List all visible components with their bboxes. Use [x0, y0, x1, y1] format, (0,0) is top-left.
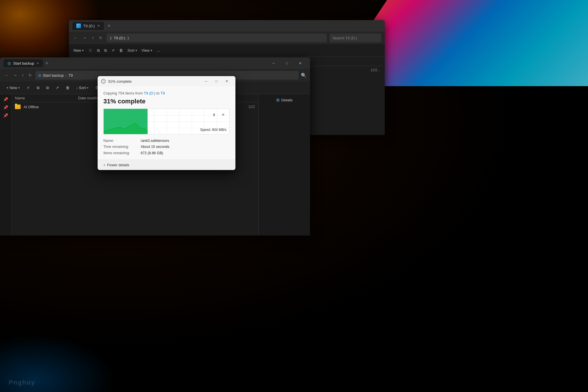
- sort-icon-front: ↕: [76, 86, 78, 90]
- forward-btn[interactable]: →: [82, 34, 88, 41]
- copy-btn-back[interactable]: ⧉: [97, 48, 100, 53]
- explorer-back-tab-add[interactable]: +: [107, 23, 111, 29]
- close-btn[interactable]: ✕: [293, 59, 307, 68]
- detail-row-time: Time remaining: About 15 seconds: [103, 144, 230, 150]
- watermark: Pnghuy: [9, 379, 35, 386]
- detail-time-value: About 15 seconds: [141, 144, 169, 150]
- sort-chevron: ▾: [136, 49, 137, 52]
- detail-items-label: Items remaining:: [103, 150, 141, 156]
- fewer-details-label: Fewer details: [107, 163, 129, 167]
- up-btn[interactable]: ↑: [91, 34, 95, 41]
- minimize-btn[interactable]: ─: [267, 59, 280, 68]
- pause-icon: ⏸: [212, 113, 216, 117]
- breadcrumb-icon: ◎: [38, 73, 41, 77]
- stop-btn[interactable]: ✕: [219, 111, 227, 118]
- explorer-front-titlebar: ◎ Start backup ✕ + ─ □ ✕: [0, 57, 310, 69]
- sort-btn-back-label: Sort: [127, 48, 134, 53]
- address-back-text: T9 (D:): [114, 36, 125, 40]
- file-date-back-0: 12/2...: [371, 68, 380, 72]
- speed-chart: ⏸ ✕ Speed: 804 MB/s: [103, 109, 230, 134]
- view-btn-back[interactable]: View ▾: [142, 48, 152, 53]
- dialog-title-text: 31% complete: [108, 79, 199, 84]
- window-controls: ─ □ ✕: [267, 59, 307, 68]
- chart-speed: Speed: 804 MB/s: [200, 128, 227, 132]
- explorer-back-nav: ← → ↑ ↻ ❯ T9 (D:) ❯ Search T9 (D:): [69, 32, 385, 44]
- toolbar-separator-1: ✕: [88, 47, 92, 54]
- dialog-body: Copying 754 items from T9 (D:) to T9 31%…: [98, 86, 235, 160]
- copy-dialog: ⏱ 31% complete ─ □ ✕ Copying 754 items f…: [98, 76, 235, 170]
- chevron-up-icon: ∧: [103, 163, 105, 167]
- details-btn[interactable]: ⊞ Details: [276, 98, 293, 102]
- address-bar-back[interactable]: ❯ T9 (D:) ❯: [107, 34, 327, 42]
- details-label: Details: [281, 98, 293, 102]
- copy-text-label: Copying 754 items from: [103, 91, 143, 95]
- front-up-btn[interactable]: ↑: [21, 72, 25, 79]
- share-btn-front[interactable]: ↗: [54, 84, 61, 91]
- chart-controls: ⏸ ✕: [210, 111, 227, 118]
- back-btn[interactable]: ←: [72, 34, 79, 41]
- explorer-back-tab[interactable]: T9 (D:) ✕: [72, 22, 104, 30]
- new-label-front: New: [10, 86, 17, 90]
- new-btn-back[interactable]: New ▾: [74, 48, 84, 53]
- minimize-icon: ─: [272, 61, 275, 65]
- front-search-btn[interactable]: 🔍: [301, 73, 307, 78]
- search-back-placeholder: Search T9 (D:): [332, 36, 357, 40]
- details-panel: ⊞ Details: [258, 94, 310, 235]
- explorer-back-tab-close[interactable]: ✕: [97, 24, 100, 28]
- copy-sep: to: [156, 91, 160, 95]
- paste-btn-front[interactable]: ⧉: [45, 84, 51, 91]
- breadcrumb-start: Start backup: [43, 73, 64, 78]
- detail-row-name: Name: rank0.safetensors: [103, 138, 230, 144]
- close-icon: ✕: [299, 61, 301, 65]
- refresh-btn[interactable]: ↻: [98, 34, 104, 41]
- pause-btn[interactable]: ⏸: [210, 111, 218, 118]
- address-chevron: ❯: [127, 36, 129, 40]
- explorer-front-tab-label: Start backup: [13, 61, 34, 65]
- cut-btn-front[interactable]: ✕: [25, 84, 32, 91]
- detail-row-items: Items remaining: 672 (8.86 GB): [103, 150, 230, 156]
- detail-name-label: Name:: [103, 138, 141, 144]
- more-btn-back[interactable]: ...: [157, 48, 160, 53]
- file-date-front-0: 12/2: [248, 105, 255, 109]
- detail-items-value: 672 (8.86 GB): [141, 150, 163, 156]
- sort-btn-back[interactable]: Sort ▾: [127, 48, 137, 53]
- svg-marker-0: [104, 123, 148, 134]
- fewer-details-btn[interactable]: ∧ Fewer details: [98, 160, 235, 170]
- front-back-btn[interactable]: ←: [3, 72, 10, 79]
- sort-label-front: Sort: [79, 86, 86, 90]
- front-tab-close[interactable]: ✕: [36, 61, 39, 65]
- delete-btn-back[interactable]: 🗑: [119, 48, 123, 53]
- sort-chevron-front: ▾: [87, 86, 88, 89]
- dialog-maximize-btn[interactable]: □: [211, 77, 222, 85]
- explorer-back-tab-icon: [76, 24, 81, 28]
- delete-btn-front[interactable]: 🗑: [64, 84, 71, 91]
- details-icon: ⊞: [276, 98, 280, 102]
- sidebar-pin-2[interactable]: 📌: [3, 105, 9, 110]
- watermark-text: Pnghuy: [9, 379, 35, 386]
- front-tab-add[interactable]: +: [45, 60, 49, 66]
- front-tab-icon: ◎: [7, 61, 11, 65]
- dialog-title-icon: ⏱: [101, 79, 106, 84]
- sort-btn-front[interactable]: ↕ Sort ▾: [75, 84, 90, 91]
- search-bar-back[interactable]: Search T9 (D:): [330, 34, 381, 42]
- dialog-close-btn[interactable]: ✕: [222, 77, 232, 85]
- stop-icon: ✕: [222, 113, 225, 117]
- share-btn-back[interactable]: ↗: [111, 48, 115, 53]
- front-refresh-btn[interactable]: ↻: [27, 72, 33, 79]
- dialog-minimize-btn[interactable]: ─: [201, 77, 211, 85]
- new-btn-front[interactable]: + New ▾: [5, 84, 22, 91]
- explorer-front-tab[interactable]: ◎ Start backup ✕: [3, 59, 43, 67]
- sidebar-pin-3[interactable]: 📌: [3, 113, 9, 118]
- copy-btn-front[interactable]: ⧉: [35, 84, 41, 91]
- paste-btn-back[interactable]: ⧉: [104, 48, 107, 53]
- maximize-icon: □: [286, 61, 288, 65]
- copy-source-link[interactable]: T9 (D:): [144, 91, 155, 95]
- maximize-btn[interactable]: □: [280, 59, 293, 68]
- new-btn-back-label: New: [74, 48, 81, 53]
- front-forward-btn[interactable]: →: [12, 72, 18, 79]
- address-arrow: ❯: [109, 36, 112, 40]
- breadcrumb-t9: T9: [68, 73, 73, 78]
- copy-dest-link[interactable]: T9: [160, 91, 165, 95]
- sidebar-pin-1[interactable]: 📌: [3, 96, 9, 102]
- file-name-front-0: AI Offline: [24, 105, 39, 109]
